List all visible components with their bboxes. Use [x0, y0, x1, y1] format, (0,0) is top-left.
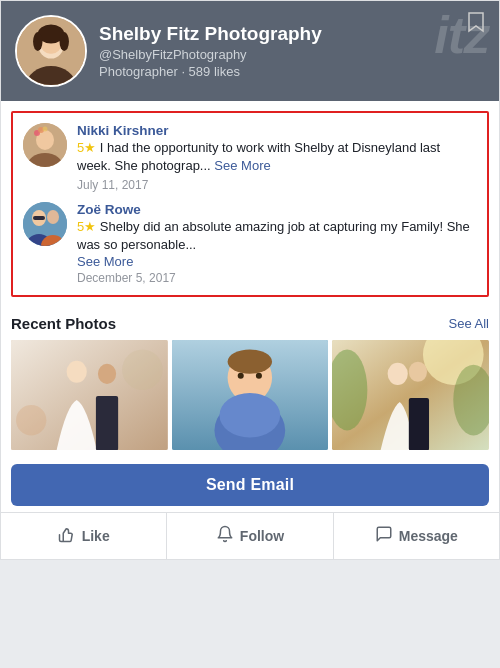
profile-handle: @ShelbyFitzPhotography	[99, 47, 485, 62]
send-email-button[interactable]: Send Email	[11, 464, 489, 506]
review-date-2: December 5, 2017	[77, 271, 477, 285]
svg-point-22	[98, 364, 116, 384]
photo-thumb-1[interactable]	[11, 340, 168, 450]
review-see-more-1[interactable]: See More	[214, 158, 270, 173]
review-stars-1: 5★	[77, 140, 96, 155]
reviewer-avatar-1	[23, 123, 67, 167]
svg-point-37	[409, 362, 427, 382]
svg-point-24	[16, 405, 46, 435]
review-text-2: 5★ Shelby did an absolute amazing job at…	[77, 218, 477, 254]
review-body-2: Shelby did an absolute amazing job at ca…	[77, 219, 470, 252]
photo-thumb-2[interactable]	[172, 340, 329, 450]
svg-point-36	[388, 363, 408, 385]
review-content-1: Nikki Kirshner 5★ I had the opportunity …	[77, 123, 477, 192]
svg-point-30	[219, 393, 280, 437]
svg-point-25	[122, 350, 162, 390]
photos-see-all[interactable]: See All	[449, 316, 489, 331]
photos-grid	[11, 340, 489, 450]
review-content-2: Zoë Rowe 5★ Shelby did an absolute amazi…	[77, 202, 477, 286]
svg-point-5	[33, 32, 42, 51]
like-label: Like	[82, 528, 110, 544]
svg-rect-18	[33, 216, 45, 220]
bookmark-icon[interactable]	[467, 11, 485, 38]
like-icon	[58, 525, 76, 547]
svg-point-6	[60, 32, 69, 51]
review-see-more-2[interactable]: See More	[77, 254, 477, 269]
photos-header: Recent Photos See All	[11, 315, 489, 332]
photo-thumb-3[interactable]	[332, 340, 489, 450]
follow-button[interactable]: Follow	[167, 513, 333, 559]
review-stars-2: 5★	[77, 219, 96, 234]
svg-rect-23	[96, 396, 118, 450]
message-icon	[375, 525, 393, 547]
reviewer-avatar-2	[23, 202, 67, 246]
photos-section: Recent Photos See All	[1, 307, 499, 456]
reviewer-name-1: Nikki Kirshner	[77, 123, 477, 139]
svg-point-12	[43, 127, 48, 132]
svg-point-21	[67, 361, 87, 383]
review-item: Nikki Kirshner 5★ I had the opportunity …	[23, 123, 477, 192]
message-label: Message	[399, 528, 458, 544]
reviews-section: Nikki Kirshner 5★ I had the opportunity …	[11, 111, 489, 297]
review-text-1: 5★ I had the opportunity to work with Sh…	[77, 139, 477, 175]
profile-name: Shelby Fitz Photography	[99, 23, 485, 46]
svg-rect-38	[409, 398, 429, 450]
svg-point-32	[237, 373, 243, 379]
message-button[interactable]: Message	[334, 513, 499, 559]
profile-avatar	[15, 15, 87, 87]
like-button[interactable]: Like	[1, 513, 167, 559]
svg-point-33	[256, 373, 262, 379]
follow-icon	[216, 525, 234, 547]
send-email-section: Send Email	[1, 456, 499, 512]
profile-meta: Photographer · 589 likes	[99, 64, 485, 79]
photos-title: Recent Photos	[11, 315, 116, 332]
follow-label: Follow	[240, 528, 284, 544]
action-bar: Like Follow Message	[1, 512, 499, 559]
svg-point-16	[47, 210, 59, 224]
reviewer-name-2: Zoë Rowe	[77, 202, 477, 218]
svg-point-31	[227, 350, 271, 374]
profile-info: Shelby Fitz Photography @ShelbyFitzPhoto…	[99, 23, 485, 80]
profile-header: itz Shelby Fitz Photography @ShelbyFitzP…	[1, 1, 499, 101]
review-item-2: Zoë Rowe 5★ Shelby did an absolute amazi…	[23, 202, 477, 286]
profile-card: itz Shelby Fitz Photography @ShelbyFitzP…	[0, 0, 500, 560]
review-date-1: July 11, 2017	[77, 178, 477, 192]
